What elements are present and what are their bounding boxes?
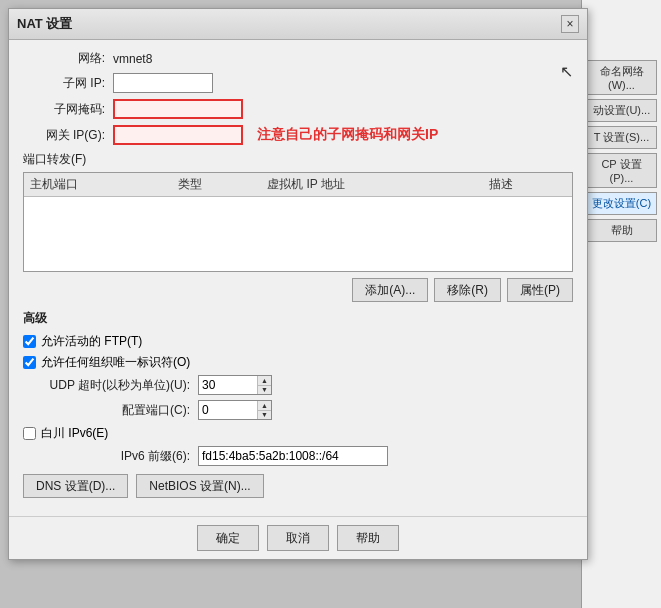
port-table-wrapper: 主机端口 类型 虚拟机 IP 地址 描述 <box>23 172 573 272</box>
port-btn-row: 添加(A)... 移除(R) 属性(P) <box>23 278 573 302</box>
naming-network-btn[interactable]: 命名网络(W)... <box>586 60 657 95</box>
dialog-footer: 确定 取消 帮助 <box>9 516 587 559</box>
bottom-btn-row: DNS 设置(D)... NetBIOS 设置(N)... <box>23 474 573 498</box>
subnet-ip-label: 子网 IP: <box>23 75 113 92</box>
network-label: 网络: <box>23 50 113 67</box>
network-row: 网络: vmnet8 <box>23 50 573 67</box>
config-port-row: 配置端口(C): ▲ ▼ <box>23 400 573 420</box>
udp-input[interactable] <box>199 376 257 394</box>
ipv6-prefix-label: IPv6 前缀(6): <box>23 448 198 465</box>
udp-row: UDP 超时(以秒为单位)(U): ▲ ▼ <box>23 375 573 395</box>
background-panel: 命名网络(W)... 动设置(U)... T 设置(S)... CP 设置(P)… <box>581 0 661 608</box>
t-settings-btn[interactable]: T 设置(S)... <box>586 126 657 149</box>
dialog-titlebar: NAT 设置 × <box>9 9 587 40</box>
gateway-row: 网关 IP(G): 注意自己的子网掩码和网关IP <box>23 125 573 145</box>
ipv6-prefix-row: IPv6 前缀(6): <box>23 446 573 466</box>
cancel-button[interactable]: 取消 <box>267 525 329 551</box>
close-button[interactable]: × <box>561 15 579 33</box>
subnet-mask-row: 子网掩码: <box>23 99 573 119</box>
nat-settings-dialog: NAT 设置 × 网络: vmnet8 子网 IP: 子网掩码: 网关 IP(G… <box>8 8 588 560</box>
ipv6-label: 白川 IPv6(E) <box>41 425 108 442</box>
col-desc: 描述 <box>483 173 572 197</box>
cp-settings-btn[interactable]: CP 设置(P)... <box>586 153 657 188</box>
udp-spinner: ▲ ▼ <box>198 375 272 395</box>
change-settings-btn[interactable]: 更改设置(C) <box>586 192 657 215</box>
subnet-mask-input[interactable] <box>113 99 243 119</box>
config-port-label: 配置端口(C): <box>23 402 198 419</box>
ipv6-prefix-input[interactable] <box>198 446 388 466</box>
udp-spin-up[interactable]: ▲ <box>258 376 271 386</box>
ok-button[interactable]: 确定 <box>197 525 259 551</box>
help-button[interactable]: 帮助 <box>337 525 399 551</box>
uuid-row: 允许任何组织唯一标识符(O) <box>23 354 573 371</box>
gateway-label: 网关 IP(G): <box>23 127 113 144</box>
subnet-ip-input[interactable] <box>113 73 213 93</box>
ftp-label: 允许活动的 FTP(T) <box>41 333 142 350</box>
udp-spin-buttons: ▲ ▼ <box>257 376 271 394</box>
port-table: 主机端口 类型 虚拟机 IP 地址 描述 <box>24 173 572 197</box>
dialog-body: 网络: vmnet8 子网 IP: 子网掩码: 网关 IP(G): 注意自己的子… <box>9 40 587 516</box>
netbios-settings-button[interactable]: NetBIOS 设置(N)... <box>136 474 263 498</box>
remove-button[interactable]: 移除(R) <box>434 278 501 302</box>
subnet-ip-row: 子网 IP: <box>23 73 573 93</box>
udp-spin-down[interactable]: ▼ <box>258 386 271 395</box>
add-button[interactable]: 添加(A)... <box>352 278 428 302</box>
network-value: vmnet8 <box>113 52 152 66</box>
uuid-label: 允许任何组织唯一标识符(O) <box>41 354 190 371</box>
ftp-row: 允许活动的 FTP(T) <box>23 333 573 350</box>
dialog-title: NAT 设置 <box>17 15 72 33</box>
config-port-input[interactable] <box>199 401 257 419</box>
ipv6-checkbox[interactable] <box>23 427 36 440</box>
properties-button[interactable]: 属性(P) <box>507 278 573 302</box>
col-vm-ip: 虚拟机 IP 地址 <box>261 173 483 197</box>
bg-panel-buttons: 命名网络(W)... 动设置(U)... T 设置(S)... CP 设置(P)… <box>582 0 661 246</box>
dns-settings-button[interactable]: DNS 设置(D)... <box>23 474 128 498</box>
col-type: 类型 <box>172 173 261 197</box>
uuid-checkbox[interactable] <box>23 356 36 369</box>
config-port-spinner: ▲ ▼ <box>198 400 272 420</box>
port-forwarding-label: 端口转发(F) <box>23 151 573 168</box>
help-bg-btn[interactable]: 帮助 <box>586 219 657 242</box>
config-port-spin-buttons: ▲ ▼ <box>257 401 271 419</box>
subnet-mask-label: 子网掩码: <box>23 101 113 118</box>
auto-settings-btn[interactable]: 动设置(U)... <box>586 99 657 122</box>
gateway-input[interactable] <box>113 125 243 145</box>
ftp-checkbox[interactable] <box>23 335 36 348</box>
col-host-port: 主机端口 <box>24 173 172 197</box>
advanced-label: 高级 <box>23 310 573 327</box>
ipv6-row: 白川 IPv6(E) <box>23 425 573 442</box>
config-port-spin-up[interactable]: ▲ <box>258 401 271 411</box>
annotation-text: 注意自己的子网掩码和网关IP <box>257 126 438 144</box>
udp-label: UDP 超时(以秒为单位)(U): <box>23 377 198 394</box>
config-port-spin-down[interactable]: ▼ <box>258 411 271 420</box>
